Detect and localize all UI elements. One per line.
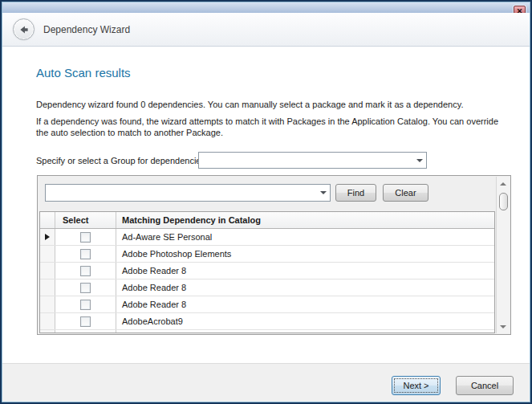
column-header-matching-dependency[interactable]: Matching Dependency in Catalog [116, 212, 494, 228]
row-checkbox[interactable] [80, 283, 91, 293]
dependency-name: Adobe Reader 8 [116, 263, 494, 279]
dependency-name [116, 330, 494, 333]
row-checkbox[interactable] [80, 266, 91, 276]
vertical-scrollbar[interactable] [496, 177, 510, 333]
table-row[interactable]: Adobe Reader 8 [40, 296, 494, 313]
row-checkbox[interactable] [80, 249, 91, 259]
search-combo-dropdown-button[interactable] [316, 185, 330, 201]
triangle-up-icon [500, 182, 506, 186]
table-row[interactable]: Adobe Photoshop Elements [40, 246, 494, 263]
row-indicator-cell [40, 263, 55, 279]
row-indicator-cell [40, 296, 55, 312]
table-row[interactable]: AdobeAcrobat9 [40, 313, 494, 330]
column-header-select[interactable]: Select [55, 212, 116, 228]
scroll-up-button[interactable] [497, 177, 510, 190]
group-combobox[interactable] [198, 152, 427, 169]
current-row-icon [45, 234, 50, 240]
scrollbar-thumb[interactable] [499, 193, 508, 210]
dependency-name: Adobe Photoshop Elements [116, 246, 494, 262]
row-checkbox[interactable] [80, 333, 91, 334]
row-indicator-cell [40, 229, 55, 245]
row-indicator-cell [40, 280, 55, 296]
clear-button[interactable]: Clear [383, 184, 428, 202]
catalog-search-panel: Find Clear Select Matching Dependency in… [37, 175, 511, 335]
table-row[interactable]: Adobe Reader 8 [40, 263, 494, 280]
search-combobox[interactable] [45, 184, 331, 202]
row-indicator-header [40, 212, 55, 228]
back-button[interactable] [13, 18, 35, 40]
page-heading: Auto Scan results [36, 66, 131, 80]
description-override: If a dependency was found, the wizard at… [36, 116, 506, 138]
group-combo-input[interactable] [199, 156, 412, 165]
next-button[interactable]: Next > [392, 376, 441, 395]
group-label: Specify or select a Group for dependenci… [36, 156, 205, 165]
table-row[interactable]: Ad-Aware SE Personal [40, 229, 494, 246]
dependency-name: Adobe Reader 8 [116, 296, 494, 312]
wizard-header: Dependency Wizard [2, 13, 530, 47]
row-checkbox[interactable] [80, 232, 91, 243]
wizard-title: Dependency Wizard [43, 24, 130, 35]
chevron-down-icon [320, 191, 327, 194]
scroll-down-button[interactable] [497, 320, 510, 333]
dependency-table: Select Matching Dependency in Catalog Ad… [39, 211, 495, 333]
dependency-name: Ad-Aware SE Personal [116, 229, 494, 245]
row-checkbox[interactable] [80, 300, 91, 310]
back-arrow-icon [18, 23, 30, 36]
dependency-wizard-window: ✕ Dependency Wizard Auto Scan results De… [0, 0, 532, 404]
description-found: Dependency wizard found 0 dependencies. … [36, 99, 518, 110]
row-indicator-cell [40, 246, 55, 262]
titlebar: ✕ [2, 2, 530, 13]
triangle-down-icon [500, 325, 506, 329]
row-checkbox[interactable] [80, 316, 91, 327]
chevron-down-icon [416, 159, 423, 162]
row-indicator-cell [40, 313, 55, 329]
cancel-button[interactable]: Cancel [456, 376, 514, 395]
find-button[interactable]: Find [335, 184, 376, 202]
dependency-name: Adobe Reader 8 [116, 280, 494, 296]
row-indicator-cell [40, 330, 55, 333]
footer: Next > Cancel [2, 364, 530, 402]
table-row-partial[interactable] [40, 330, 494, 333]
dependency-name: AdobeAcrobat9 [116, 313, 494, 329]
group-combo-dropdown-button[interactable] [412, 153, 426, 168]
table-row[interactable]: Adobe Reader 8 [40, 280, 494, 296]
search-combo-input[interactable] [46, 188, 316, 198]
table-header-row: Select Matching Dependency in Catalog [40, 212, 494, 229]
